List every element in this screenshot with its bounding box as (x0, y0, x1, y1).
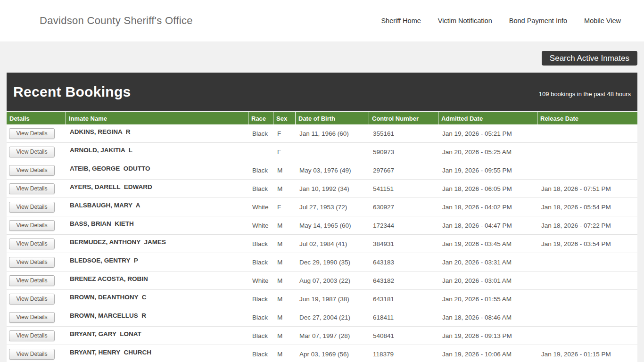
admitted-date-cell: Jan 18, 2026 - 08:46 AM (438, 308, 537, 327)
race-cell: Black (248, 327, 273, 345)
control-number-cell: 618411 (369, 308, 438, 327)
inmate-name-cell: BALSBAUGH, MARY A (66, 198, 248, 216)
table-row: View DetailsBERMUDEZ, ANTHONY JAMESBlack… (7, 235, 637, 253)
release-date-cell: Jan 19, 2026 - 03:54 PM (537, 235, 637, 253)
page-content: Search Active Inmates Recent Bookings 10… (0, 51, 644, 362)
dob-cell: Apr 03, 1969 (56) (296, 345, 369, 362)
race-cell: Black (248, 124, 273, 143)
table-row: View DetailsARNOLD, JAKITIA LF590973Jan … (7, 143, 637, 161)
details-cell: View Details (7, 143, 66, 161)
main-nav: Sheriff Home Victim Notification Bond Pa… (381, 17, 621, 25)
control-number-cell: 118379 (369, 345, 438, 362)
sex-cell: F (273, 143, 296, 161)
admitted-date-cell: Jan 20, 2026 - 03:01 AM (438, 272, 537, 290)
nav-sheriff-home[interactable]: Sheriff Home (381, 17, 421, 25)
release-date-cell: Jan 18, 2026 - 05:54 PM (537, 198, 637, 216)
nav-victim-notification[interactable]: Victim Notification (438, 17, 492, 25)
view-details-button[interactable]: View Details (9, 312, 55, 323)
sex-cell: M (273, 161, 296, 180)
table-row: View DetailsBALSBAUGH, MARY AWhiteFJul 2… (7, 198, 637, 216)
dob-cell: Mar 07, 1997 (28) (296, 327, 369, 345)
race-cell: White (248, 272, 273, 290)
race-cell: Black (248, 345, 273, 362)
table-row: View DetailsBRENEZ ACOSTA, ROBINWhiteMAu… (7, 272, 637, 290)
control-number-cell: 541151 (369, 180, 438, 198)
nav-mobile-view[interactable]: Mobile View (584, 17, 621, 25)
view-details-button[interactable]: View Details (9, 202, 55, 213)
search-active-inmates-button[interactable]: Search Active Inmates (542, 51, 637, 66)
view-details-button[interactable]: View Details (9, 294, 55, 304)
admitted-date-cell: Jan 19, 2026 - 05:21 PM (438, 124, 537, 143)
details-cell: View Details (7, 235, 66, 253)
race-cell (248, 143, 273, 161)
release-date-cell (537, 161, 637, 180)
sex-cell: M (273, 308, 296, 327)
view-details-button[interactable]: View Details (9, 330, 55, 341)
view-details-button[interactable]: View Details (9, 220, 55, 231)
details-cell: View Details (7, 180, 66, 198)
race-cell: White (248, 216, 273, 235)
column-header-admitted-date: Admitted Date (438, 112, 537, 124)
sex-cell: M (273, 253, 296, 272)
admitted-date-cell: Jan 19, 2026 - 09:55 PM (438, 161, 537, 180)
admitted-date-cell: Jan 18, 2026 - 04:02 PM (438, 198, 537, 216)
details-cell: View Details (7, 216, 66, 235)
table-row: View DetailsAYERS, DARELL EDWARDBlackMJa… (7, 180, 637, 198)
view-details-button[interactable]: View Details (9, 165, 55, 176)
view-details-button[interactable]: View Details (9, 128, 55, 139)
inmate-name-cell: ATEIB, GEORGE ODUTTO (66, 161, 248, 180)
sex-cell: M (273, 290, 296, 308)
race-cell: Black (248, 290, 273, 308)
sex-cell: F (273, 198, 296, 216)
view-details-button[interactable]: View Details (9, 183, 55, 194)
release-date-cell: Jan 18, 2026 - 07:22 PM (537, 216, 637, 235)
top-header-bar: Davidson County Sheriff's Office Sheriff… (0, 0, 644, 41)
dob-cell (296, 143, 369, 161)
admitted-date-cell: Jan 20, 2026 - 05:25 AM (438, 143, 537, 161)
dob-cell: Jan 11, 1966 (60) (296, 124, 369, 143)
column-header-inmate-name: Inmate Name (66, 112, 248, 124)
race-cell: Black (248, 161, 273, 180)
race-cell: Black (248, 180, 273, 198)
column-header-race: Race (248, 112, 273, 124)
release-date-cell (537, 327, 637, 345)
control-number-cell: 172344 (369, 216, 438, 235)
column-header-control-number: Control Number (369, 112, 438, 124)
admitted-date-cell: Jan 20, 2026 - 03:31 AM (438, 253, 537, 272)
dob-cell: Aug 07, 2003 (22) (296, 272, 369, 290)
recent-bookings-banner: Recent Bookings 109 bookings in the past… (7, 73, 637, 111)
view-details-button[interactable]: View Details (9, 147, 55, 157)
table-header-row: Details Inmate Name Race Sex Date of Bir… (7, 112, 637, 124)
dob-cell: Jun 19, 1987 (38) (296, 290, 369, 308)
inmate-name-cell: BASS, BRIAN KIETH (66, 216, 248, 235)
admitted-date-cell: Jan 18, 2026 - 04:47 PM (438, 216, 537, 235)
race-cell: Black (248, 308, 273, 327)
site-title: Davidson County Sheriff's Office (40, 15, 193, 27)
admitted-date-cell: Jan 19, 2026 - 09:13 PM (438, 327, 537, 345)
table-row: View DetailsATEIB, GEORGE ODUTTOBlackMMa… (7, 161, 637, 180)
view-details-button[interactable]: View Details (9, 275, 55, 286)
sex-cell: M (273, 345, 296, 362)
sex-cell: F (273, 124, 296, 143)
inmate-name-cell: ARNOLD, JAKITIA L (66, 143, 248, 161)
dob-cell: Jan 10, 1992 (34) (296, 180, 369, 198)
nav-bond-payment-info[interactable]: Bond Payment Info (509, 17, 567, 25)
dob-cell: Dec 29, 1990 (35) (296, 253, 369, 272)
table-row: View DetailsBASS, BRIAN KIETHWhiteMMay 1… (7, 216, 637, 235)
sex-cell: M (273, 327, 296, 345)
view-details-button[interactable]: View Details (9, 239, 55, 249)
details-cell: View Details (7, 198, 66, 216)
control-number-cell: 643181 (369, 290, 438, 308)
release-date-cell (537, 143, 637, 161)
release-date-cell (537, 124, 637, 143)
bookings-count-text: 109 bookings in the past 48 hours (539, 90, 631, 98)
inmate-name-cell: ADKINS, REGINA R (66, 124, 248, 143)
table-row: View DetailsBRYANT, HENRY CHURCHBlackMAp… (7, 345, 637, 362)
race-cell: White (248, 198, 273, 216)
race-cell: Black (248, 253, 273, 272)
view-details-button[interactable]: View Details (9, 257, 55, 268)
dob-cell: Jul 27, 1953 (72) (296, 198, 369, 216)
admitted-date-cell: Jan 20, 2026 - 01:55 AM (438, 290, 537, 308)
race-cell: Black (248, 235, 273, 253)
view-details-button[interactable]: View Details (9, 349, 55, 360)
